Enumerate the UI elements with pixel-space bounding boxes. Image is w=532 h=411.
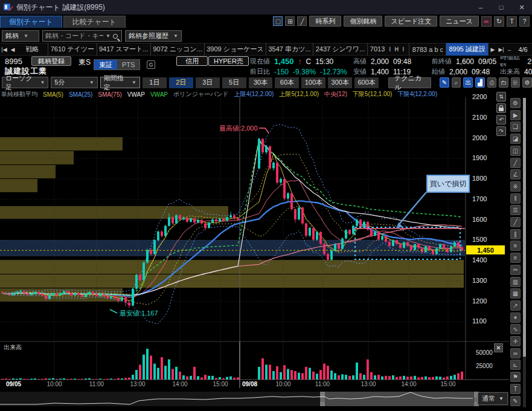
refresh-icon[interactable]: ↻ — [494, 16, 504, 27]
display-mode-dropdown[interactable]: 通常▼ — [478, 392, 508, 405]
range-button-30本[interactable]: 30本 — [249, 77, 273, 88]
range-button-1日[interactable]: 1日 — [143, 77, 167, 88]
zoom-icon[interactable]: ⌕ — [452, 77, 461, 88]
range-button-5日[interactable]: 5日 — [222, 77, 246, 88]
tab-individual-chart[interactable]: 個別チャート — [0, 16, 62, 28]
tab-compare-chart[interactable]: 比較チャート — [63, 16, 126, 28]
drawing-tool-icon-1[interactable]: ▶ — [510, 110, 521, 120]
drawing-tool-icon-17[interactable]: ↗ — [510, 300, 521, 311]
drawing-tool-icon-23[interactable]: ⚑ — [510, 372, 521, 382]
margin-button[interactable]: 信用 — [176, 56, 208, 66]
stock-tab[interactable]: 9417 スマート... — [97, 43, 151, 56]
technical-button[interactable]: テクニカル — [388, 77, 431, 88]
annotation-callout[interactable]: 買いで損切 — [426, 175, 470, 193]
stock-tab[interactable]: 7610 テイツー — [48, 43, 97, 56]
minimize-button[interactable]: – — [470, 0, 491, 15]
drawing-tool-icon-13[interactable]: ≡ — [510, 253, 521, 263]
drawing-tool-icon-11[interactable]: ∥ — [510, 229, 521, 239]
drawing-tool-icon-7[interactable]: ※ — [510, 181, 521, 192]
range-button-60本[interactable]: 60本 — [275, 77, 299, 88]
search-input[interactable]: 銘柄・コード・キー... ▼ — [42, 30, 122, 42]
drawing-tool-icon-22[interactable]: ⊾ — [510, 360, 521, 370]
stock-tab[interactable]: 3909 ショーケース — [205, 43, 266, 56]
symbol-dropdown[interactable]: 銘柄▼ — [2, 30, 39, 42]
first-tab-icon[interactable]: |◀ — [0, 47, 8, 53]
close-button[interactable]: ✕ — [511, 0, 532, 15]
register-stock-button[interactable]: 銘柄登録 — [31, 56, 71, 66]
symbol-history-dropdown[interactable]: 銘柄参照履歴▼ — [125, 30, 182, 42]
drawing-tool-icon-19[interactable]: ∿ — [510, 324, 521, 334]
stock-tab[interactable]: 2437 シンワワ... — [313, 43, 367, 56]
interval-dropdown[interactable]: 5分▼ — [51, 77, 97, 88]
stock-tab[interactable]: 9072 ニッコン... — [151, 43, 205, 56]
timeseries-button[interactable]: 時系列 — [309, 16, 341, 27]
price-chart[interactable]: 最高値:2,000最安値:1,167 — [0, 97, 509, 390]
folder-icon[interactable]: 🗀 — [499, 77, 508, 88]
last-tab-icon[interactable]: ▶| — [497, 47, 505, 53]
pencil-icon[interactable]: ✎ — [440, 77, 449, 88]
link-icon[interactable]: ∞ — [481, 16, 492, 27]
toolbar-scrollbar[interactable] — [523, 98, 526, 407]
hyper-sell-button[interactable]: HYPER売 — [208, 56, 249, 66]
drawing-tool-icon-16[interactable]: ▦ — [510, 288, 521, 299]
stock-tab[interactable]: 3547 串カツ... — [266, 43, 314, 56]
drawing-tool-icon-20[interactable]: ✛ — [510, 336, 521, 346]
single-pane-icon[interactable]: ▢ — [273, 16, 283, 26]
save-icon[interactable]: ⎙ — [487, 77, 497, 88]
area-chart-icon[interactable]: ▟ — [475, 77, 485, 88]
search-icon[interactable] — [113, 34, 118, 39]
volume-close-icon[interactable]: ✕ — [494, 343, 503, 352]
range-button-600本[interactable]: 600本 — [354, 77, 379, 88]
drawing-tool-icon-21[interactable]: ∞ — [510, 348, 521, 358]
pop-out-icon[interactable]: 出 — [463, 77, 473, 88]
individual-stock-button[interactable]: 個別銘柄 — [344, 16, 382, 27]
next-tab-icon[interactable]: ▶ — [489, 47, 497, 53]
range-button-300本[interactable]: 300本 — [328, 77, 352, 88]
drawing-tool-icon-10[interactable]: ╱ — [510, 217, 521, 227]
lock-icon[interactable] — [496, 103, 506, 113]
range-button-2日[interactable]: 2日 — [169, 77, 193, 88]
price-tick: 1400 — [472, 256, 487, 264]
fit-scale-icon[interactable]: ⇅ — [496, 92, 506, 102]
stock-tab[interactable]: 8995 誠建設 — [446, 43, 489, 56]
drawing-tool-icon-8[interactable]: ‖ — [510, 193, 521, 204]
print-icon[interactable]: ⎘ — [511, 77, 521, 88]
grid-pane-icon[interactable]: ⊞ — [285, 16, 295, 26]
drawing-tool-icon-14[interactable]: ✂ — [510, 265, 521, 275]
drawing-tool-icon-2[interactable]: ❏ — [510, 121, 521, 132]
range-button-100本[interactable]: 100本 — [301, 77, 325, 88]
prev-tab-icon[interactable]: ◀ — [8, 47, 17, 53]
drawing-tool-icon-5[interactable]: ╱ — [510, 158, 521, 168]
drawing-tool-icon-9[interactable]: ☰ — [510, 205, 521, 215]
drawing-tool-icon-6[interactable]: ∠ — [510, 169, 521, 180]
text-size-icon[interactable]: T — [507, 16, 517, 27]
chart-navigator[interactable]: ||| ||| — [0, 392, 509, 406]
drawing-tool-icon-3[interactable]: ◪ — [510, 134, 521, 144]
toggle-tosho[interactable]: 東証 — [94, 60, 117, 70]
news-button[interactable]: ニュース — [440, 16, 479, 27]
stock-tab[interactable]: 7013 ＩＨＩ — [368, 43, 410, 56]
g-button[interactable]: G — [147, 60, 155, 69]
stock-tab[interactable]: 戦略 — [17, 43, 48, 56]
help-icon[interactable]: ? — [519, 16, 530, 27]
maximize-button[interactable]: □ — [491, 0, 511, 15]
drawing-tool-icon-12[interactable]: ≡ — [510, 241, 521, 251]
drawing-tool-icon-15[interactable]: ▥ — [510, 277, 521, 287]
range-button-3日[interactable]: 3日 — [196, 77, 220, 88]
stock-tab[interactable]: 8783 a b c — [409, 43, 446, 56]
chart-type-dropdown[interactable]: ローソク足▼ — [2, 77, 48, 88]
speed-order-button[interactable]: スピード注文 — [385, 16, 437, 27]
drawing-tool-icon-0[interactable]: ⚙ — [510, 98, 521, 108]
undo-icon[interactable]: ↶ — [496, 115, 506, 125]
toggle-pts[interactable]: PTS — [117, 60, 139, 70]
period-select-button[interactable]: 期間指定▼ — [100, 77, 140, 88]
settings-icon[interactable]: ⚙ — [522, 77, 532, 88]
drawing-tool-icon-4[interactable]: ◫ — [510, 146, 521, 156]
drawing-tool-icon-18[interactable]: ✶ — [510, 312, 521, 323]
page-back-icon[interactable]: ← — [505, 47, 514, 53]
redo-icon[interactable]: ↷ — [496, 126, 506, 136]
drawing-tool-icon-24[interactable]: T — [510, 384, 521, 394]
time-tick: 14:00 — [169, 381, 191, 387]
draw-line-icon[interactable]: ╱ — [297, 16, 307, 26]
drawing-tool-icon-25[interactable]: ✎ — [510, 396, 521, 406]
